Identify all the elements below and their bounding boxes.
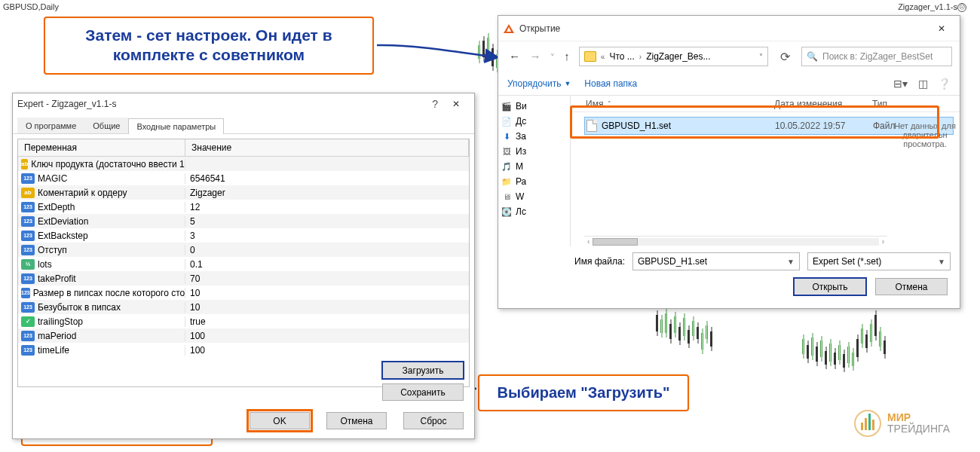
tree-item-label: Ра (516, 176, 526, 187)
organize-dropdown[interactable]: Упорядочить▼ (507, 78, 571, 89)
param-value[interactable]: 10 (185, 288, 469, 298)
filename-label: Имя файла: (566, 256, 625, 267)
tab-common[interactable]: Общие (84, 118, 128, 133)
tree-item-label: Лс (516, 206, 526, 217)
param-row[interactable]: 123ExtDeviation5 (18, 214, 469, 228)
filename-combo[interactable]: GBPUSD_H1.set▼ (632, 252, 800, 270)
tree-item-label: М (516, 161, 523, 172)
close-icon[interactable]: ✕ (928, 20, 955, 38)
new-folder-button[interactable]: Новая папка (584, 78, 637, 89)
breadcrumb-part[interactable]: Что ... (609, 51, 634, 62)
type-badge-icon: 123 (21, 288, 30, 298)
expert-dialog: Expert - Zigzager_v1.1-s ? ✕ О программе… (12, 93, 475, 439)
param-row[interactable]: 123ExtBackstep3 (18, 228, 469, 243)
param-value[interactable]: 6546541 (185, 173, 469, 184)
param-name: ExtDeviation (38, 216, 88, 227)
tree-item[interactable]: ⬇За (501, 129, 567, 144)
tree-item[interactable]: 🖼Из (501, 144, 567, 159)
param-value[interactable]: 0 (185, 245, 469, 255)
param-row[interactable]: 123timeLife100 (18, 343, 469, 357)
cancel-button[interactable]: Отмена (875, 278, 948, 295)
load-button[interactable]: Загрузить (382, 362, 464, 379)
up-icon[interactable]: ↑ (564, 50, 570, 63)
param-row[interactable]: 123maPeriod100 (18, 328, 469, 343)
chevron-down-icon[interactable]: ▼ (787, 258, 795, 266)
param-name: Коментарий к ордеру (38, 188, 127, 198)
scrollbar-thumb[interactable] (593, 238, 638, 246)
tree-item[interactable]: 🖥W (501, 189, 567, 204)
param-row[interactable]: 123ExtDepth12 (18, 200, 469, 214)
param-value[interactable]: 5 (185, 216, 469, 227)
cancel-button[interactable]: Отмена (326, 412, 387, 429)
param-value[interactable]: 3 (185, 231, 469, 241)
tree-item[interactable]: 🎬Ви (501, 99, 567, 114)
callout-settings-set: Затем - сет настроек. Он идет в комплект… (44, 17, 374, 75)
type-badge-icon: ab (21, 188, 35, 198)
tree-item-icon: 🎬 (501, 101, 512, 111)
param-row[interactable]: 123Отступ0 (18, 243, 469, 257)
param-row[interactable]: abКоментарий к ордеруZigzager (18, 185, 469, 200)
param-value[interactable]: true (185, 316, 469, 327)
param-row[interactable]: 123Размер в пипсах после которого сто...… (18, 286, 469, 300)
help-icon[interactable]: ? (432, 98, 438, 110)
breadcrumb[interactable]: « Что ... › ZigZager_Bes... ˅ (579, 47, 768, 66)
param-name: timeLife (38, 345, 69, 356)
tree-item-icon: ⬇ (501, 131, 512, 142)
tree-item[interactable]: 📁Ра (501, 174, 567, 189)
param-value[interactable]: 100 (185, 345, 469, 356)
forward-icon[interactable]: → (529, 50, 541, 63)
tree-item[interactable]: 💽Лс (501, 204, 567, 219)
param-name: Ключ продукта (достаточно ввести 1 ... (31, 159, 185, 170)
expert-name-label: Zigzager_v1.1-s☹ (898, 2, 966, 12)
chart-symbol-label: GBPUSD,Daily (3, 2, 59, 11)
param-value[interactable]: 12 (185, 202, 469, 212)
folder-tree[interactable]: 🎬Ви📄Дс⬇За🖼Из🎵М📁Ра🖥W💽Лс (498, 96, 571, 246)
param-value[interactable]: Zigzager (185, 188, 469, 198)
nav-arrows[interactable]: ← → ˅ ↑ (506, 50, 573, 63)
search-input[interactable]: 🔍 Поиск в: ZigZager_BestSet (801, 47, 952, 66)
help-icon[interactable]: ❔ (938, 78, 951, 90)
refresh-icon[interactable]: ⟳ (774, 47, 795, 66)
chevron-down-icon[interactable]: ˅ (550, 53, 555, 62)
scroll-left-icon[interactable]: ‹ (587, 237, 590, 246)
param-value[interactable]: 100 (185, 331, 469, 341)
tree-item-icon: 📄 (501, 116, 512, 127)
close-icon[interactable]: ✕ (443, 95, 470, 113)
reset-button[interactable]: Сброс (403, 412, 464, 429)
open-button[interactable]: Открыть (794, 278, 866, 295)
save-button[interactable]: Сохранить (382, 383, 464, 401)
view-mode-icon[interactable]: ⊟▾ (893, 78, 908, 90)
param-name: ExtBackstep (38, 231, 88, 241)
param-row[interactable]: ✓trailingStoptrue (18, 314, 469, 328)
param-name: trailingStop (38, 316, 83, 327)
param-row[interactable]: 123MAGIC6546541 (18, 171, 469, 185)
scroll-right-icon[interactable]: › (882, 237, 884, 246)
param-value[interactable]: 70 (185, 273, 469, 284)
tree-item-icon: 📁 (501, 176, 512, 187)
param-name: MAGIC (38, 173, 67, 184)
open-title: Открытие (519, 23, 560, 34)
type-badge-icon: 123 (21, 216, 35, 227)
param-row[interactable]: 123Безубыток в пипсах10 (18, 300, 469, 314)
col-variable[interactable]: Переменная (18, 139, 185, 156)
breadcrumb-part[interactable]: ZigZager_Bes... (646, 51, 710, 62)
ok-button[interactable]: OK (250, 412, 310, 429)
tree-item[interactable]: 📄Дс (501, 114, 567, 129)
tree-item-icon: 🖥 (501, 191, 512, 202)
tab-inputs[interactable]: Входные параметры (128, 118, 224, 134)
param-value[interactable]: 10 (185, 302, 469, 313)
param-row[interactable]: 123takeProfit70 (18, 271, 469, 286)
back-icon[interactable]: ← (509, 50, 520, 63)
chevron-down-icon[interactable]: ▼ (938, 258, 945, 266)
param-row[interactable]: ½lots0.1 (18, 257, 469, 271)
chevron-down-icon[interactable]: ˅ (759, 53, 763, 61)
tab-about[interactable]: О программе (17, 118, 84, 133)
preview-pane-icon[interactable]: ◫ (918, 78, 928, 90)
brand-watermark: МИРТРЕЙДИНГА (854, 410, 950, 437)
tree-item-label: Ви (516, 101, 527, 111)
param-value[interactable]: 0.1 (185, 259, 469, 270)
col-value[interactable]: Значение (185, 139, 469, 156)
tree-item[interactable]: 🎵М (501, 159, 567, 174)
filter-combo[interactable]: Expert Set (*.set)▼ (807, 252, 951, 270)
param-row[interactable]: abКлюч продукта (достаточно ввести 1 ... (18, 157, 469, 171)
